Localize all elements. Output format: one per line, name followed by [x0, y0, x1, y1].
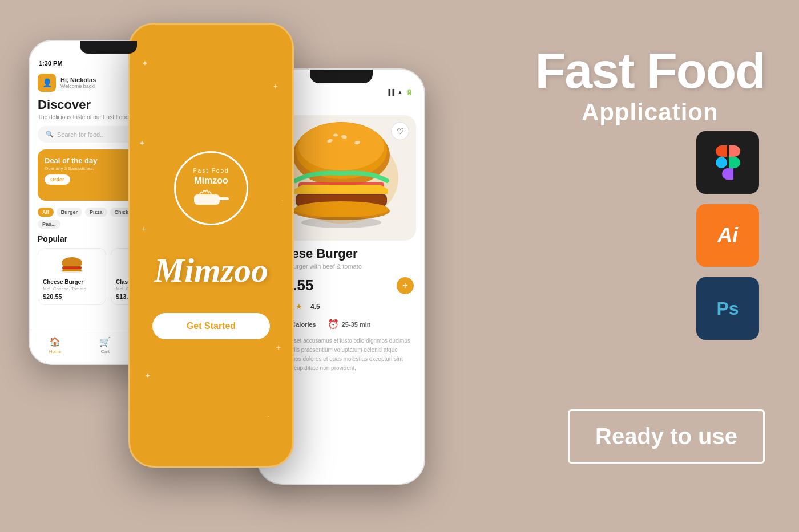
- sparkle-5: ✦: [144, 371, 151, 380]
- p3-wifi: ▲: [397, 89, 403, 95]
- ps-label: Ps: [716, 298, 739, 319]
- svg-point-21: [298, 123, 384, 170]
- splash-main-name: Mimzoo: [154, 251, 268, 290]
- cat-burger[interactable]: Burger: [57, 208, 83, 217]
- cat-pasta[interactable]: Pas...: [38, 220, 60, 229]
- phone-2: ✦ + ✦ + ✦ · + · Fast Food Mimzoo Mimzoo …: [128, 23, 294, 468]
- svg-rect-18: [219, 197, 229, 200]
- pan-svg: [191, 186, 231, 209]
- photoshop-icon-box[interactable]: Ps: [696, 277, 759, 340]
- food-card-1[interactable]: Cheese Burger Met, Cheese, Tomato $20.55: [38, 248, 106, 305]
- sparkle-8: ·: [281, 196, 284, 205]
- svg-point-31: [301, 217, 381, 228]
- user-avatar: 👤: [38, 74, 56, 92]
- ai-label: Ai: [717, 224, 738, 247]
- food-card-1-name: Cheese Burger: [43, 279, 101, 285]
- search-placeholder: Search for food..: [57, 131, 103, 138]
- hi-text: Hi, Nickolas: [60, 76, 96, 83]
- p3-burger-img: [279, 121, 404, 235]
- ready-to-use-label: Ready to use: [595, 424, 737, 449]
- nav-cart-label: Cart: [101, 349, 110, 354]
- user-greeting: 👤 Hi, Nickolas Welcome back!: [38, 74, 96, 92]
- greeting-text: Hi, Nickolas Welcome back!: [60, 76, 96, 89]
- illustrator-icon-box[interactable]: Ai: [696, 204, 759, 267]
- cart-icon: 🛒: [99, 336, 111, 347]
- food-card-1-price: $20.55: [43, 293, 101, 300]
- status-time: 1:30 PM: [39, 60, 63, 67]
- time-label: 25-35 min: [342, 321, 371, 328]
- splash-brand-name: Mimzoo: [194, 176, 228, 186]
- nav-home-label: Home: [49, 349, 61, 354]
- nav-cart[interactable]: 🛒 Cart: [99, 336, 111, 354]
- splash-logo: Fast Food Mimzoo: [174, 151, 248, 234]
- svg-rect-11: [62, 269, 82, 271]
- right-section: Fast Food Application: [535, 46, 765, 126]
- food-card-1-img: [43, 253, 101, 276]
- cat-pizza[interactable]: Pizza: [85, 208, 107, 217]
- phones-container: 1:30 PM ▐▐ ▲ 🔋 👤 Hi, Nickolas Welcome ba…: [17, 11, 531, 525]
- nav-home[interactable]: 🏠 Home: [49, 336, 61, 354]
- phone-3-notch: [310, 70, 373, 83]
- add-to-cart-btn[interactable]: +: [397, 277, 414, 294]
- p3-time: ⏰ 25-35 min: [328, 319, 371, 330]
- sparkle-2: +: [273, 82, 278, 91]
- search-icon: 🔍: [46, 131, 54, 138]
- sparkle-4: +: [276, 343, 281, 352]
- p3-signal: ▐▐: [386, 89, 394, 95]
- clock-icon: ⏰: [328, 319, 339, 330]
- svg-point-25: [333, 134, 338, 137]
- main-title: Fast Food: [535, 46, 765, 96]
- deal-order-btn[interactable]: Order: [45, 174, 70, 185]
- sparkle-6: ·: [267, 411, 269, 420]
- sparkle-7: +: [142, 224, 146, 233]
- svg-point-30: [294, 201, 389, 217]
- cat-all[interactable]: All: [38, 208, 54, 217]
- sparkle-3: ✦: [139, 139, 146, 148]
- splash-logo-circle: Fast Food Mimzoo: [174, 151, 248, 225]
- get-started-btn[interactable]: Get Started: [152, 313, 270, 339]
- sparkle-1: ✦: [142, 59, 148, 68]
- splash-brand-small: Fast Food: [193, 168, 229, 174]
- ready-to-use-box: Ready to use: [568, 409, 765, 464]
- sub-title: Application: [535, 99, 765, 126]
- p3-battery: 🔋: [406, 89, 413, 95]
- svg-rect-10: [63, 267, 81, 269]
- phone-1-notch: [80, 41, 137, 54]
- food-card-1-ingredients: Met, Cheese, Tomato: [43, 286, 101, 291]
- p3-rating-val: 4.5: [310, 303, 320, 311]
- tool-icons: Ai Ps: [696, 131, 759, 340]
- svg-rect-17: [194, 194, 220, 205]
- figma-icon-box[interactable]: [696, 131, 759, 194]
- home-icon: 🏠: [49, 336, 60, 347]
- welcome-text: Welcome back!: [60, 83, 96, 89]
